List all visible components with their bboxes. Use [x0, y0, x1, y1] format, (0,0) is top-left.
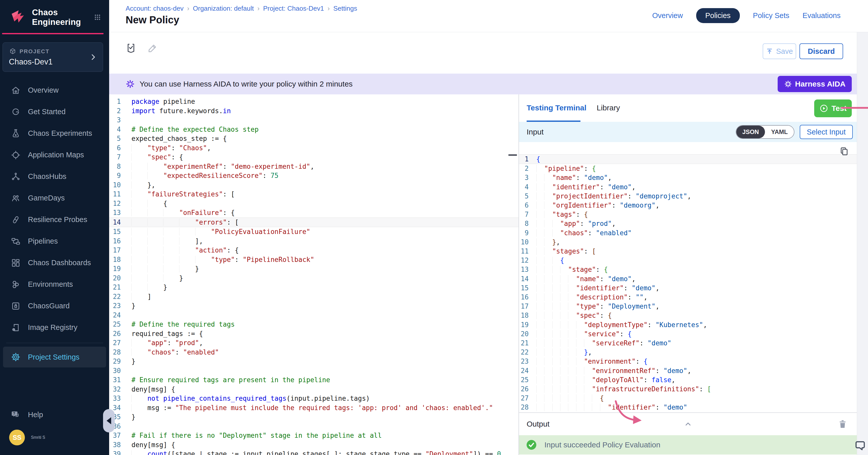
code-line[interactable]: 4 "identifier": "demo",	[519, 183, 857, 192]
code-line[interactable]: 8 "experimentRef": "demo-experiment-id",	[109, 162, 519, 171]
code-line[interactable]: 12 {	[519, 256, 857, 265]
code-line[interactable]: 7 "tags": {	[519, 210, 857, 219]
code-line[interactable]: 22 ]	[109, 292, 519, 301]
code-line[interactable]: 6 "type": "Chaos",	[109, 143, 519, 153]
code-line[interactable]: 1{	[519, 154, 857, 164]
code-line[interactable]: 4# Define the expected Chaos step	[109, 125, 519, 134]
tab-library[interactable]: Library	[597, 103, 620, 112]
breadcrumb-item[interactable]: Settings	[333, 5, 357, 12]
code-line[interactable]: 24 "environmentRef": "demo",	[519, 366, 857, 375]
sidebar-item-project-settings[interactable]: Project Settings	[3, 347, 106, 367]
code-line[interactable]: 22 },	[519, 348, 857, 357]
code-line[interactable]: 2 "pipeline": {	[519, 164, 857, 173]
breadcrumb-item[interactable]: Account: chaos-dev	[126, 5, 184, 12]
code-line[interactable]: 35}	[109, 412, 519, 422]
code-line[interactable]: 9 "expectedResilienceScore": 75	[109, 171, 519, 181]
help-button[interactable]: ? Help	[0, 403, 109, 426]
code-line[interactable]: 23}	[109, 301, 519, 311]
sidebar-item-chaos-dashboards[interactable]: Chaos Dashboards	[0, 252, 109, 273]
code-line[interactable]: 15 "PolicyEvaluationFailure"	[109, 227, 519, 236]
code-line[interactable]: 19 }	[109, 264, 519, 273]
sidebar-item-overview[interactable]: Overview	[0, 79, 109, 101]
harness-aida-button[interactable]: Harness AIDA	[778, 76, 852, 92]
code-line[interactable]: 27 {	[519, 394, 857, 403]
panel-resize-handle[interactable]	[508, 154, 517, 156]
code-line[interactable]: 6 "orgIdentifier": "demoorg",	[519, 201, 857, 210]
copy-icon[interactable]	[839, 146, 849, 156]
code-line[interactable]: 14 "name": "demo",	[519, 274, 857, 284]
sidebar-item-get-started[interactable]: Get Started	[0, 101, 109, 123]
input-json-editor[interactable]: 1{2 "pipeline": {3 "name": "demo",4 "ide…	[519, 142, 857, 412]
code-line[interactable]: 13 "stage": {	[519, 265, 857, 274]
app-grid-icon[interactable]	[93, 12, 101, 23]
code-line[interactable]: 30	[109, 366, 519, 376]
code-line[interactable]: 13 "onFailure": {	[109, 208, 519, 218]
code-line[interactable]: 21 }	[109, 283, 519, 292]
code-line[interactable]: 24	[109, 311, 519, 320]
code-line[interactable]: 32deny[msg] {	[109, 385, 519, 394]
sidebar-item-application-maps[interactable]: Application Maps	[0, 144, 109, 166]
code-line[interactable]: 29}	[109, 357, 519, 366]
code-line[interactable]: 28 "chaos": "enabled"	[109, 348, 519, 357]
trash-icon[interactable]	[838, 418, 848, 430]
code-line[interactable]: 14 "errors": [	[109, 218, 519, 227]
code-line[interactable]: 25# Define the required tags	[109, 320, 519, 329]
nav-policy-sets[interactable]: Policy Sets	[753, 11, 789, 20]
code-line[interactable]: 8 "app": "prod",	[519, 219, 857, 228]
code-line[interactable]: 15 "identifier": "demo",	[519, 284, 857, 293]
code-line[interactable]: 20 "service": {	[519, 329, 857, 338]
code-line[interactable]: 16 "description": "",	[519, 293, 857, 302]
chevron-up-icon[interactable]	[683, 421, 693, 428]
code-line[interactable]: 1package pipeline	[109, 97, 519, 106]
toggle-json[interactable]: JSON	[736, 126, 765, 138]
code-line[interactable]: 17 "action": {	[109, 246, 519, 255]
code-line[interactable]: 39 count([stage | stage := input.pipelin…	[109, 449, 519, 455]
code-line[interactable]: 2import future.keywords.in	[109, 106, 519, 116]
code-line[interactable]: 36	[109, 422, 519, 431]
discard-button[interactable]: Discard	[800, 43, 843, 59]
code-line[interactable]: 16 ],	[109, 236, 519, 246]
code-line[interactable]: 3 "name": "demo",	[519, 173, 857, 182]
code-line[interactable]: 19 "deploymentType": "Kubernetes",	[519, 320, 857, 329]
nav-policies[interactable]: Policies	[696, 8, 740, 23]
code-line[interactable]: 17 "type": "Deployment",	[519, 302, 857, 311]
breadcrumb-item[interactable]: Project: Chaos-Dev1	[263, 5, 324, 12]
sidebar-item-chaos-experiments[interactable]: Chaos Experiments	[0, 123, 109, 144]
edit-pencil-icon[interactable]	[147, 43, 158, 54]
code-line[interactable]: 11 "stages": [	[519, 247, 857, 256]
code-line[interactable]: 23 "environment": {	[519, 357, 857, 366]
sidebar-item-resilience-probes[interactable]: Resilience Probes	[0, 209, 109, 230]
code-line[interactable]: 18 "type": "PipelineRollback"	[109, 255, 519, 264]
sidebar-item-image-registry[interactable]: Image Registry	[0, 317, 109, 338]
code-line[interactable]: 37# Fail if there is no "Deployment" sta…	[109, 431, 519, 440]
nav-overview[interactable]: Overview	[652, 11, 683, 20]
user-menu[interactable]: SS Smriti S	[0, 426, 109, 449]
code-line[interactable]: 21 "serviceRef": "demo"	[519, 338, 857, 348]
code-line[interactable]: 20 }	[109, 273, 519, 283]
code-line[interactable]: 11 "failureStrategies": [	[109, 190, 519, 199]
code-line[interactable]: 5expected_chaos_step := {	[109, 134, 519, 143]
tab-testing-terminal[interactable]: Testing Terminal	[527, 103, 587, 112]
nav-evaluations[interactable]: Evaluations	[803, 11, 841, 20]
code-line[interactable]: 10 },	[109, 181, 519, 190]
code-line[interactable]: 7 "spec": {	[109, 153, 519, 162]
code-line[interactable]: 34 msg := "The pipeline must include the…	[109, 403, 519, 413]
sidebar-collapse-handle[interactable]	[103, 409, 115, 432]
code-line[interactable]: 18 "spec": {	[519, 311, 857, 320]
test-button[interactable]: Test	[814, 99, 852, 117]
code-line[interactable]: 5 "projectIdentifier": "demoproject",	[519, 192, 857, 201]
code-line[interactable]: 26required_tags := {	[109, 329, 519, 338]
sidebar-item-chaoshubs[interactable]: ChaosHubs	[0, 166, 109, 187]
code-line[interactable]: 26 "infrastructureDefinitions": [	[519, 385, 857, 394]
save-button[interactable]: Save	[763, 43, 796, 59]
code-line[interactable]: 25 "deployToAll": false,	[519, 375, 857, 385]
code-line[interactable]: 28 "identifier": "demo"	[519, 403, 857, 412]
code-line[interactable]: 33 not pipeline_contains_required_tags(i…	[109, 394, 519, 403]
code-line[interactable]: 31# Ensure required tags are present in …	[109, 375, 519, 385]
sidebar-item-pipelines[interactable]: Pipelines	[0, 230, 109, 252]
policy-check-icon[interactable]	[126, 43, 136, 54]
sidebar-item-gamedays[interactable]: GameDays	[0, 187, 109, 209]
select-input-button[interactable]: Select Input	[800, 125, 853, 139]
format-toggle[interactable]: JSON YAML	[736, 125, 795, 139]
code-line[interactable]: 9 "chaos": "enabled"	[519, 228, 857, 237]
